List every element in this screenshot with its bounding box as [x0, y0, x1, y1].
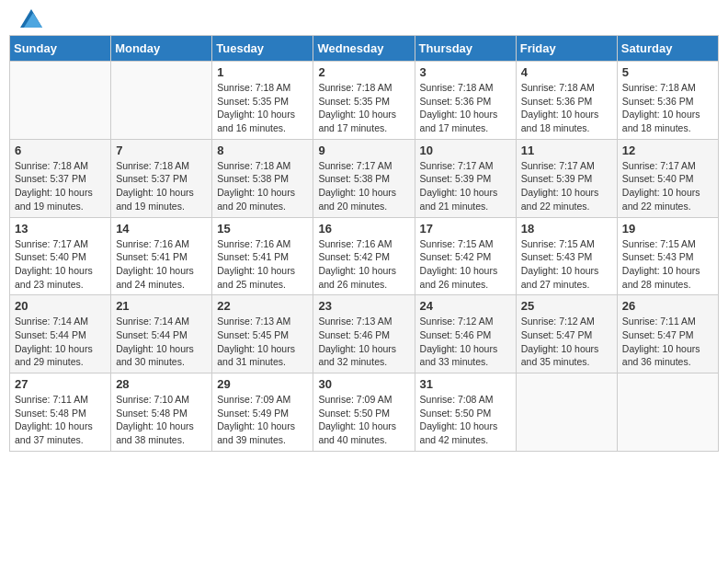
day-info: Sunrise: 7:15 AMSunset: 5:42 PMDaylight:… [420, 237, 511, 292]
calendar-cell [617, 373, 718, 452]
calendar-cell: 24Sunrise: 7:12 AMSunset: 5:46 PMDayligh… [415, 295, 516, 373]
day-number: 13 [15, 222, 106, 236]
column-header-tuesday: Tuesday [212, 36, 313, 62]
day-number: 2 [318, 65, 409, 79]
day-number: 15 [217, 222, 308, 236]
column-header-saturday: Saturday [617, 36, 718, 62]
day-info: Sunrise: 7:11 AMSunset: 5:48 PMDaylight:… [15, 393, 106, 447]
day-number: 9 [318, 144, 409, 157]
calendar-cell: 18Sunrise: 7:15 AMSunset: 5:43 PMDayligh… [516, 217, 617, 295]
day-number: 21 [116, 299, 207, 313]
day-info: Sunrise: 7:18 AMSunset: 5:35 PMDaylight:… [318, 81, 409, 135]
calendar-cell: 20Sunrise: 7:14 AMSunset: 5:44 PMDayligh… [10, 295, 111, 373]
calendar-cell [111, 62, 212, 140]
day-number: 7 [116, 144, 207, 157]
day-number: 3 [420, 65, 511, 79]
day-info: Sunrise: 7:18 AMSunset: 5:36 PMDaylight:… [622, 81, 713, 135]
calendar-cell: 22Sunrise: 7:13 AMSunset: 5:45 PMDayligh… [212, 295, 313, 373]
day-number: 14 [116, 222, 207, 236]
logo [18, 17, 42, 28]
day-number: 11 [521, 144, 612, 157]
column-header-monday: Monday [111, 36, 212, 62]
day-info: Sunrise: 7:15 AMSunset: 5:43 PMDaylight:… [521, 237, 612, 292]
day-info: Sunrise: 7:09 AMSunset: 5:49 PMDaylight:… [217, 393, 308, 447]
day-number: 18 [521, 222, 612, 236]
day-info: Sunrise: 7:13 AMSunset: 5:45 PMDaylight:… [217, 315, 308, 369]
calendar-cell: 16Sunrise: 7:16 AMSunset: 5:42 PMDayligh… [313, 217, 415, 295]
calendar-cell: 27Sunrise: 7:11 AMSunset: 5:48 PMDayligh… [10, 373, 111, 452]
day-info: Sunrise: 7:17 AMSunset: 5:38 PMDaylight:… [318, 159, 409, 213]
calendar-cell: 19Sunrise: 7:15 AMSunset: 5:43 PMDayligh… [617, 217, 718, 295]
calendar-table: SundayMondayTuesdayWednesdayThursdayFrid… [9, 35, 719, 452]
day-info: Sunrise: 7:16 AMSunset: 5:41 PMDaylight:… [217, 237, 308, 292]
day-number: 20 [15, 299, 106, 313]
calendar-cell: 4Sunrise: 7:18 AMSunset: 5:36 PMDaylight… [516, 62, 617, 140]
day-info: Sunrise: 7:17 AMSunset: 5:40 PMDaylight:… [15, 237, 106, 292]
calendar-cell: 12Sunrise: 7:17 AMSunset: 5:40 PMDayligh… [617, 139, 718, 217]
calendar-cell [516, 373, 617, 452]
day-info: Sunrise: 7:17 AMSunset: 5:40 PMDaylight:… [622, 159, 713, 213]
header-row: SundayMondayTuesdayWednesdayThursdayFrid… [10, 36, 719, 62]
column-header-sunday: Sunday [10, 36, 111, 62]
calendar-cell: 31Sunrise: 7:08 AMSunset: 5:50 PMDayligh… [415, 373, 516, 452]
column-header-thursday: Thursday [415, 36, 516, 62]
day-number: 30 [318, 377, 409, 391]
day-number: 31 [420, 377, 511, 391]
calendar-cell: 10Sunrise: 7:17 AMSunset: 5:39 PMDayligh… [415, 139, 516, 217]
day-number: 1 [217, 65, 308, 79]
day-info: Sunrise: 7:12 AMSunset: 5:47 PMDaylight:… [521, 315, 612, 369]
day-number: 12 [622, 144, 713, 157]
day-info: Sunrise: 7:08 AMSunset: 5:50 PMDaylight:… [420, 393, 511, 447]
day-number: 16 [318, 222, 409, 236]
week-row-3: 13Sunrise: 7:17 AMSunset: 5:40 PMDayligh… [10, 217, 719, 295]
calendar-cell: 13Sunrise: 7:17 AMSunset: 5:40 PMDayligh… [10, 217, 111, 295]
calendar-cell: 30Sunrise: 7:09 AMSunset: 5:50 PMDayligh… [313, 373, 415, 452]
column-header-friday: Friday [516, 36, 617, 62]
calendar-cell: 11Sunrise: 7:17 AMSunset: 5:39 PMDayligh… [516, 139, 617, 217]
calendar-cell: 14Sunrise: 7:16 AMSunset: 5:41 PMDayligh… [111, 217, 212, 295]
day-number: 28 [116, 377, 207, 391]
day-number: 19 [622, 222, 713, 236]
day-info: Sunrise: 7:18 AMSunset: 5:37 PMDaylight:… [116, 159, 207, 213]
calendar-cell: 5Sunrise: 7:18 AMSunset: 5:36 PMDaylight… [617, 62, 718, 140]
day-number: 23 [318, 299, 409, 313]
day-info: Sunrise: 7:18 AMSunset: 5:36 PMDaylight:… [521, 81, 612, 135]
day-number: 26 [622, 299, 713, 313]
day-info: Sunrise: 7:14 AMSunset: 5:44 PMDaylight:… [116, 315, 207, 369]
calendar-cell [10, 62, 111, 140]
calendar-cell: 1Sunrise: 7:18 AMSunset: 5:35 PMDaylight… [212, 62, 313, 140]
day-info: Sunrise: 7:18 AMSunset: 5:38 PMDaylight:… [217, 159, 308, 213]
day-number: 6 [15, 144, 106, 157]
day-info: Sunrise: 7:13 AMSunset: 5:46 PMDaylight:… [318, 315, 409, 369]
day-info: Sunrise: 7:18 AMSunset: 5:36 PMDaylight:… [420, 81, 511, 135]
day-info: Sunrise: 7:17 AMSunset: 5:39 PMDaylight:… [420, 159, 511, 213]
day-info: Sunrise: 7:16 AMSunset: 5:42 PMDaylight:… [318, 237, 409, 292]
day-info: Sunrise: 7:12 AMSunset: 5:46 PMDaylight:… [420, 315, 511, 369]
day-number: 17 [420, 222, 511, 236]
calendar-cell: 21Sunrise: 7:14 AMSunset: 5:44 PMDayligh… [111, 295, 212, 373]
calendar-cell: 23Sunrise: 7:13 AMSunset: 5:46 PMDayligh… [313, 295, 415, 373]
day-number: 5 [622, 65, 713, 79]
calendar-cell: 2Sunrise: 7:18 AMSunset: 5:35 PMDaylight… [313, 62, 415, 140]
logo-icon [20, 9, 42, 28]
week-row-5: 27Sunrise: 7:11 AMSunset: 5:48 PMDayligh… [10, 373, 719, 452]
day-number: 24 [420, 299, 511, 313]
day-number: 10 [420, 144, 511, 157]
calendar-cell: 29Sunrise: 7:09 AMSunset: 5:49 PMDayligh… [212, 373, 313, 452]
day-number: 29 [217, 377, 308, 391]
calendar-cell: 9Sunrise: 7:17 AMSunset: 5:38 PMDaylight… [313, 139, 415, 217]
calendar-cell: 6Sunrise: 7:18 AMSunset: 5:37 PMDaylight… [10, 139, 111, 217]
day-info: Sunrise: 7:10 AMSunset: 5:48 PMDaylight:… [116, 393, 207, 447]
week-row-2: 6Sunrise: 7:18 AMSunset: 5:37 PMDaylight… [10, 139, 719, 217]
day-number: 22 [217, 299, 308, 313]
calendar-cell: 28Sunrise: 7:10 AMSunset: 5:48 PMDayligh… [111, 373, 212, 452]
column-header-wednesday: Wednesday [313, 36, 415, 62]
day-info: Sunrise: 7:11 AMSunset: 5:47 PMDaylight:… [622, 315, 713, 369]
calendar-cell: 17Sunrise: 7:15 AMSunset: 5:42 PMDayligh… [415, 217, 516, 295]
calendar-cell: 3Sunrise: 7:18 AMSunset: 5:36 PMDaylight… [415, 62, 516, 140]
calendar-cell: 26Sunrise: 7:11 AMSunset: 5:47 PMDayligh… [617, 295, 718, 373]
day-info: Sunrise: 7:18 AMSunset: 5:35 PMDaylight:… [217, 81, 308, 135]
week-row-1: 1Sunrise: 7:18 AMSunset: 5:35 PMDaylight… [10, 62, 719, 140]
day-number: 27 [15, 377, 106, 391]
day-info: Sunrise: 7:15 AMSunset: 5:43 PMDaylight:… [622, 237, 713, 292]
